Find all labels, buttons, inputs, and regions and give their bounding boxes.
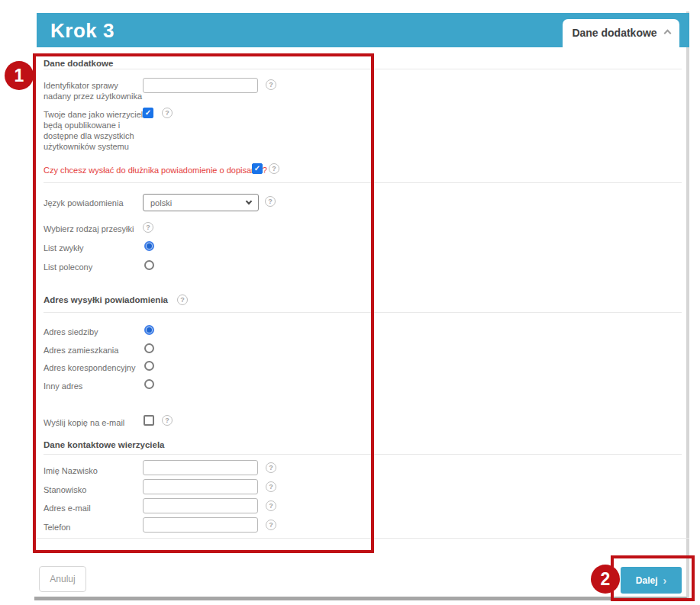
radio-adres-siedziby[interactable] — [144, 325, 154, 335]
section-title-dane-dodatkowe: Dane dodatkowe — [44, 59, 113, 68]
divider — [44, 454, 682, 455]
next-button[interactable]: Dalej › — [621, 567, 682, 594]
chevron-up-icon[interactable] — [663, 30, 671, 37]
radio-adres-zamieszkania[interactable] — [144, 343, 154, 353]
help-icon[interactable]: ? — [266, 500, 276, 511]
section-header-adres-wysylki: Adres wysyłki powiadomienia ? — [44, 294, 188, 305]
kopia-email-checkbox[interactable] — [144, 415, 154, 426]
help-icon[interactable]: ? — [162, 108, 173, 118]
check-icon: ✓ — [145, 109, 151, 117]
help-icon[interactable]: ? — [266, 520, 276, 530]
jezyk-select[interactable]: polski — [143, 194, 259, 211]
divider — [44, 69, 682, 69]
field-label-powiadomienie-dluznika: Czy chcesz wysłać do dłużnika powiadomie… — [44, 165, 267, 175]
section-title-adres-wysylki: Adres wysyłki powiadomienia — [44, 295, 168, 304]
help-icon[interactable]: ? — [266, 481, 276, 492]
radio-label-inny-adres: Inny adres — [44, 381, 82, 391]
divider — [44, 182, 682, 183]
identyfikator-input[interactable] — [143, 78, 258, 93]
annotation-badge-1: 1 — [5, 61, 34, 90]
radio-list-polecony[interactable] — [144, 260, 154, 270]
field-label-imie-nazwisko: Imię Nazwisko — [44, 465, 98, 476]
help-icon[interactable]: ? — [269, 163, 279, 174]
publikacja-checkbox[interactable]: ✓ — [143, 108, 153, 118]
divider — [37, 538, 689, 539]
help-icon[interactable]: ? — [265, 196, 276, 207]
field-label-identyfikator: Identyfikator sprawy nadany przez użytko… — [44, 80, 144, 101]
radio-adres-korespondencyjny[interactable] — [144, 361, 154, 371]
telefon-input[interactable] — [143, 517, 258, 533]
help-icon[interactable]: ? — [162, 415, 173, 426]
field-label-adres-email: Adres e-mail — [44, 503, 91, 513]
jezyk-select-value: polski — [150, 198, 172, 208]
radio-label-adres-korespondencyjny: Adres korespondencyjny — [44, 362, 135, 373]
screenshot-stage: Krok 3 Dane dodatkowe Dane dodatkowe Ide… — [0, 0, 700, 605]
powiadomienie-checkbox[interactable]: ✓ — [252, 163, 263, 174]
tab-label: Dane dodatkowe — [572, 27, 656, 39]
chevron-right-icon: › — [663, 574, 667, 587]
radio-label-adres-zamieszkania: Adres zamieszkania — [44, 345, 118, 356]
divider — [44, 312, 682, 313]
cancel-button[interactable]: Anuluj — [39, 566, 86, 592]
field-label-rodzaj-przesylki: Wybierz rodzaj przesyłki — [44, 224, 134, 234]
imie-nazwisko-input[interactable] — [143, 460, 258, 475]
radio-label-list-zwykly: List zwykły — [44, 243, 84, 253]
help-icon[interactable]: ? — [266, 79, 276, 90]
radio-label-list-polecony: List polecony — [44, 262, 92, 272]
annotation-badge-2: 2 — [591, 565, 620, 594]
field-label-telefon: Telefon — [44, 522, 70, 533]
field-label-jezyk: Język powiadomienia — [44, 198, 124, 208]
help-icon[interactable]: ? — [266, 462, 276, 473]
page-title: Krok 3 — [50, 18, 115, 42]
next-button-label: Dalej — [636, 575, 658, 586]
help-icon[interactable]: ? — [143, 222, 153, 233]
stanowisko-input[interactable] — [143, 479, 258, 494]
field-label-publikacja: Twoje dane jako wierzyciela będą opublik… — [44, 109, 149, 152]
help-icon[interactable]: ? — [177, 294, 188, 305]
radio-inny-adres[interactable] — [144, 379, 154, 389]
tab-dane-dodatkowe[interactable]: Dane dodatkowe — [563, 19, 679, 53]
adres-email-input[interactable] — [143, 498, 258, 513]
check-icon: ✓ — [254, 165, 260, 172]
radio-list-zwykly[interactable] — [144, 241, 154, 251]
field-label-kopia-email: Wyślij kopię na e-mail — [44, 417, 124, 428]
radio-label-adres-siedziby: Adres siedziby — [44, 327, 98, 337]
chevron-down-icon — [246, 198, 252, 204]
section-title-dane-kontaktowe: Dane kontaktowe wierzyciela — [44, 440, 165, 449]
field-label-stanowisko: Stanowisko — [44, 484, 86, 495]
